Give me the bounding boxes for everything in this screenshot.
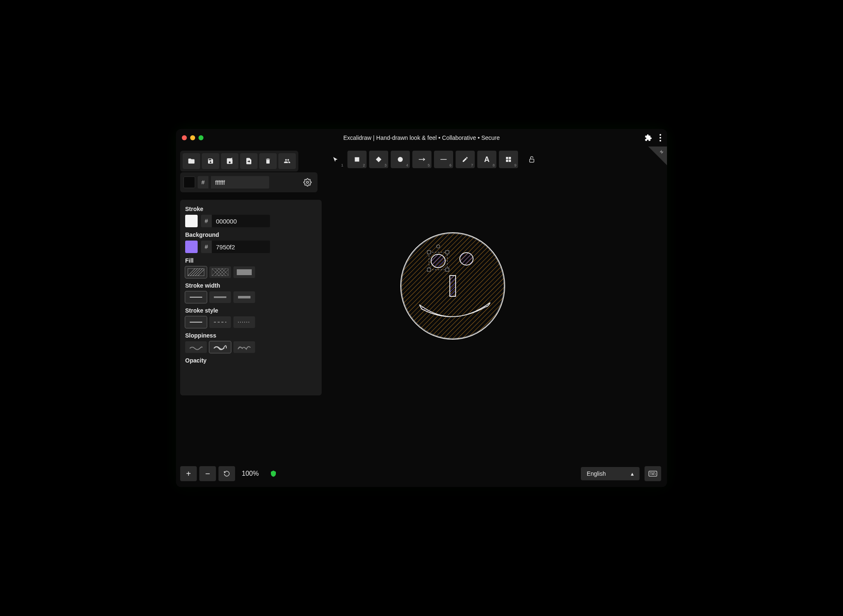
svg-rect-44 — [652, 474, 655, 474]
sloppiness-label: Sloppiness — [185, 332, 317, 339]
file-toolbar — [180, 151, 298, 171]
svg-rect-40 — [652, 472, 652, 473]
svg-point-29 — [460, 253, 473, 265]
sloppiness-architect-button[interactable] — [185, 341, 207, 353]
save-button[interactable] — [202, 153, 219, 169]
canvas-background-row: # — [180, 172, 317, 192]
stroke-style-dotted-button[interactable] — [233, 316, 255, 328]
svg-rect-35 — [446, 268, 449, 271]
stroke-style-label: Stroke style — [185, 307, 317, 314]
fill-crosshatch-button[interactable] — [209, 266, 231, 278]
properties-panel: Stroke # Background # Fill — [180, 200, 322, 395]
fill-hachure-button[interactable] — [185, 266, 207, 278]
canvas-color-input[interactable] — [211, 176, 269, 189]
lock-button[interactable] — [528, 156, 536, 163]
svg-rect-37 — [450, 276, 456, 296]
zoom-reset-button[interactable] — [218, 466, 235, 481]
bottom-right-controls: English ▴ — [581, 466, 661, 481]
shape-toolbar: 1 2 3 4 5 6 7 — [326, 151, 536, 168]
settings-button[interactable] — [301, 176, 314, 189]
clear-canvas-button[interactable] — [259, 153, 277, 169]
save-as-button[interactable] — [221, 153, 238, 169]
svg-point-2 — [398, 157, 403, 162]
app-window: Excalidraw | Hand-drawn look & feel • Co… — [176, 129, 667, 487]
tool-text[interactable]: A 8 — [477, 151, 496, 168]
chevron-up-icon: ▴ — [631, 470, 634, 477]
background-color-swatch[interactable] — [185, 241, 198, 253]
svg-rect-39 — [650, 472, 651, 473]
tool-draw[interactable]: 7 — [456, 151, 475, 168]
svg-rect-34 — [427, 268, 431, 271]
svg-rect-33 — [446, 251, 449, 254]
svg-rect-5 — [506, 157, 508, 159]
tool-select[interactable]: 1 — [326, 151, 345, 168]
language-label: English — [587, 470, 606, 477]
svg-rect-8 — [509, 160, 511, 162]
svg-rect-7 — [506, 160, 508, 162]
stroke-width-thick-button[interactable] — [233, 291, 255, 303]
background-label: Background — [185, 231, 317, 238]
stroke-width-thin-button[interactable] — [185, 291, 207, 303]
app-body: # 1 2 3 4 — [176, 147, 667, 487]
tool-line[interactable]: 6 — [434, 151, 453, 168]
stroke-color-input[interactable] — [212, 215, 270, 227]
tool-diamond[interactable]: 3 — [369, 151, 388, 168]
canvas-color-swatch[interactable] — [183, 176, 195, 188]
minimize-window-button[interactable] — [190, 135, 195, 140]
svg-point-0 — [307, 181, 309, 184]
svg-rect-41 — [653, 472, 654, 473]
tool-ellipse[interactable]: 4 — [391, 151, 410, 168]
svg-rect-1 — [355, 157, 360, 162]
github-icon — [659, 149, 664, 155]
hash-label: # — [201, 241, 212, 253]
svg-rect-32 — [427, 251, 431, 254]
maximize-window-button[interactable] — [198, 135, 203, 140]
zoom-level[interactable]: 100% — [238, 470, 263, 477]
opacity-label: Opacity — [185, 357, 317, 364]
tool-arrow[interactable]: 5 — [412, 151, 431, 168]
stroke-width-medium-button[interactable] — [209, 291, 231, 303]
svg-rect-9 — [530, 159, 534, 162]
fill-label: Fill — [185, 257, 317, 264]
extension-icon[interactable] — [645, 134, 652, 142]
tool-library[interactable]: 9 — [499, 151, 518, 168]
canvas-drawing[interactable] — [397, 230, 509, 342]
window-controls — [182, 135, 203, 140]
language-select[interactable]: English ▴ — [581, 467, 640, 480]
stroke-style-dashed-button[interactable] — [209, 316, 231, 328]
zoom-out-button[interactable]: − — [199, 466, 216, 481]
fill-solid-button[interactable] — [233, 266, 255, 278]
svg-rect-42 — [655, 472, 655, 473]
svg-point-30 — [431, 254, 445, 268]
zoom-in-button[interactable]: + — [180, 466, 197, 481]
open-button[interactable] — [183, 153, 200, 169]
window-title: Excalidraw | Hand-drawn look & feel • Co… — [176, 134, 667, 141]
stroke-style-solid-button[interactable] — [185, 316, 207, 328]
sloppiness-cartoonist-button[interactable] — [233, 341, 255, 353]
stroke-color-swatch[interactable] — [185, 215, 198, 227]
export-button[interactable] — [240, 153, 258, 169]
tool-rectangle[interactable]: 2 — [347, 151, 367, 168]
collaborate-button[interactable] — [278, 153, 296, 169]
encryption-shield-icon[interactable] — [270, 469, 277, 478]
stroke-label: Stroke — [185, 206, 317, 212]
stroke-width-label: Stroke width — [185, 282, 317, 289]
zoom-controls: + − 100% — [180, 466, 277, 481]
hash-label: # — [198, 176, 208, 189]
sloppiness-artist-button[interactable] — [209, 341, 231, 353]
browser-menu-button[interactable] — [660, 134, 661, 142]
close-window-button[interactable] — [182, 135, 187, 140]
hash-label: # — [201, 215, 212, 227]
titlebar: Excalidraw | Hand-drawn look & feel • Co… — [176, 129, 667, 147]
svg-rect-6 — [509, 157, 511, 159]
svg-rect-16 — [212, 268, 228, 276]
background-color-input[interactable] — [212, 241, 270, 253]
svg-rect-45 — [655, 474, 656, 474]
keyboard-shortcuts-button[interactable] — [645, 466, 661, 481]
svg-rect-43 — [650, 474, 651, 474]
